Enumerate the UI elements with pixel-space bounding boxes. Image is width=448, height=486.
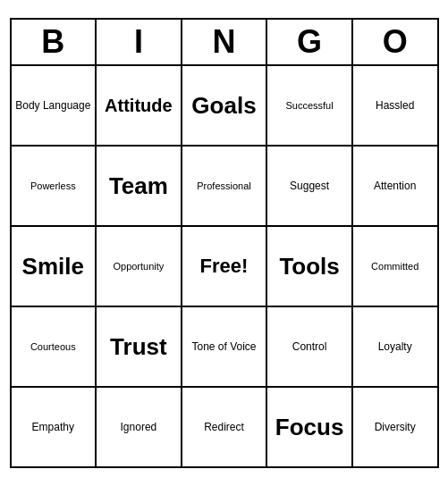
header-letter: G [267, 20, 353, 64]
bingo-cell: Tools [267, 227, 353, 306]
header-letter: N [182, 20, 268, 64]
header-letter: I [97, 20, 182, 64]
bingo-row: SmileOpportunityFree!ToolsCommitted [12, 225, 437, 306]
bingo-cell: Hassled [353, 66, 437, 145]
bingo-header: BINGO [12, 20, 437, 66]
bingo-cell: Diversity [353, 388, 437, 466]
bingo-row: CourteousTrustTone of VoiceControlLoyalt… [12, 306, 437, 386]
bingo-cell: Courteous [12, 307, 97, 386]
header-letter: O [353, 20, 437, 64]
bingo-cell: Body Language [12, 66, 97, 145]
bingo-cell: Ignored [97, 388, 182, 466]
bingo-cell: Loyalty [353, 307, 437, 386]
bingo-cell: Team [97, 147, 182, 225]
bingo-cell: Committed [353, 227, 437, 306]
bingo-cell: Focus [267, 388, 353, 466]
bingo-cell: Powerless [12, 147, 97, 225]
bingo-cell: Attitude [97, 66, 182, 145]
bingo-cell: Empathy [12, 388, 97, 466]
bingo-row: Body LanguageAttitudeGoalsSuccessfulHass… [12, 66, 437, 145]
bingo-cell: Control [267, 307, 353, 386]
bingo-cell: Tone of Voice [182, 307, 268, 386]
bingo-cell: Redirect [182, 388, 268, 466]
bingo-cell: Smile [12, 227, 97, 306]
bingo-row: PowerlessTeamProfessionalSuggestAttentio… [12, 145, 437, 225]
bingo-cell: Opportunity [97, 227, 182, 306]
bingo-row: EmpathyIgnoredRedirectFocusDiversity [12, 386, 437, 466]
header-letter: B [12, 20, 97, 64]
bingo-cell: Free! [182, 227, 268, 306]
bingo-cell: Successful [267, 66, 353, 145]
bingo-cell: Professional [182, 147, 268, 225]
bingo-card: BINGO Body LanguageAttitudeGoalsSuccessf… [10, 18, 439, 468]
bingo-cell: Trust [97, 307, 182, 386]
bingo-grid: Body LanguageAttitudeGoalsSuccessfulHass… [12, 66, 437, 466]
bingo-cell: Suggest [267, 147, 353, 225]
bingo-cell: Goals [182, 66, 268, 145]
bingo-cell: Attention [353, 147, 437, 225]
